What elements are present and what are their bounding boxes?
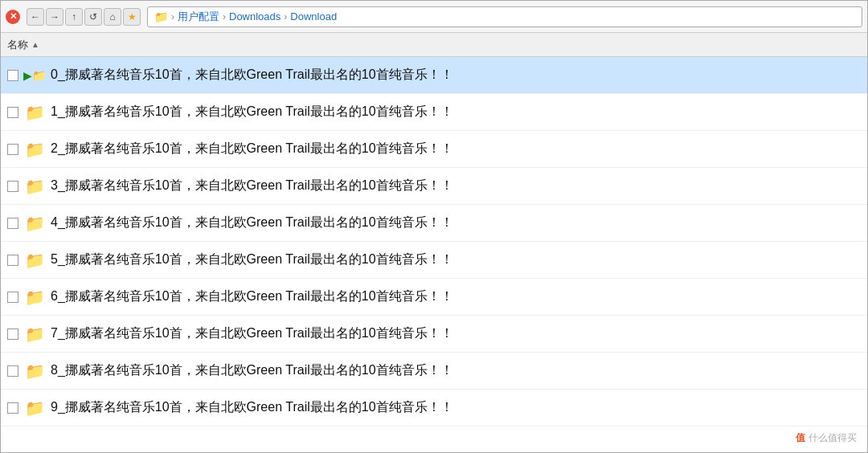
file-explorer-window: ✕ ← → ↑ ↺ ⌂ ★ 📁 › 用户配置 (0, 0, 868, 453)
refresh-icon: ↺ (89, 11, 97, 22)
watermark: 值 什么值得买 (796, 431, 857, 445)
address-part-2: Downloads (229, 10, 280, 22)
file-name: 8_挪威著名纯音乐10首，来自北欧Green Trail最出名的10首纯音乐！！ (51, 362, 453, 379)
folder-icon: 📁 (25, 177, 44, 196)
list-item[interactable]: 📁8_挪威著名纯音乐10首，来自北欧Green Trail最出名的10首纯音乐！… (1, 353, 867, 390)
list-item[interactable]: 📁7_挪威著名纯音乐10首，来自北欧Green Trail最出名的10首纯音乐！… (1, 316, 867, 353)
forward-button[interactable]: → (46, 8, 63, 26)
folder-icon: 📁 (25, 361, 44, 381)
file-checkbox[interactable] (7, 365, 18, 377)
list-item[interactable]: 📁9_挪威著名纯音乐10首，来自北欧Green Trail最出名的10首纯音乐！… (1, 390, 867, 426)
list-item[interactable]: 📁4_挪威著名纯音乐10首，来自北欧Green Trail最出名的10首纯音乐！… (1, 205, 867, 242)
list-item[interactable]: 📁6_挪威著名纯音乐10首，来自北欧Green Trail最出名的10首纯音乐！… (1, 279, 867, 316)
address-sep-2: › (223, 11, 226, 22)
home-icon: ⌂ (109, 11, 115, 22)
file-checkbox[interactable] (7, 255, 18, 266)
name-column-header[interactable]: 名称 ▲ (7, 38, 39, 52)
watermark-text: 什么值得买 (809, 431, 857, 445)
folder-icon: 📁 (25, 214, 44, 233)
file-checkbox[interactable] (7, 329, 18, 340)
back-icon: ← (31, 11, 40, 22)
file-checkbox[interactable] (7, 181, 18, 192)
folder-icon: 📁 (25, 288, 44, 307)
up-icon: ↑ (72, 11, 76, 22)
file-name: 4_挪威著名纯音乐10首，来自北欧Green Trail最出名的10首纯音乐！！ (51, 214, 453, 231)
star-button[interactable]: ★ (123, 8, 141, 26)
file-name: 9_挪威著名纯音乐10首，来自北欧Green Trail最出名的10首纯音乐！！ (51, 399, 453, 416)
folder-icon: 📁 (25, 103, 44, 122)
refresh-button[interactable]: ↺ (84, 8, 102, 26)
play-folder-icon: ▶📁 (25, 66, 44, 85)
address-sep-3: › (284, 11, 287, 22)
list-item[interactable]: 📁5_挪威著名纯音乐10首，来自北欧Green Trail最出名的10首纯音乐！… (1, 242, 867, 279)
file-list: ▶📁0_挪威著名纯音乐10首，来自北欧Green Trail最出名的10首纯音乐… (1, 57, 867, 452)
folder-icon: 📁 (25, 251, 44, 270)
file-name: 7_挪威著名纯音乐10首，来自北欧Green Trail最出名的10首纯音乐！！ (51, 325, 453, 342)
list-item[interactable]: 📁3_挪威著名纯音乐10首，来自北欧Green Trail最出名的10首纯音乐！… (1, 168, 867, 205)
sort-arrow-icon: ▲ (31, 40, 39, 49)
name-column-label: 名称 (7, 38, 28, 52)
folder-icon: 📁 (25, 324, 44, 344)
file-checkbox[interactable] (7, 402, 18, 414)
up-button[interactable]: ↑ (65, 8, 83, 26)
list-item[interactable]: ▶📁0_挪威著名纯音乐10首，来自北欧Green Trail最出名的10首纯音乐… (1, 57, 867, 94)
file-name: 0_挪威著名纯音乐10首，来自北欧Green Trail最出名的10首纯音乐！！ (51, 67, 453, 84)
file-name: 5_挪威著名纯音乐10首，来自北欧Green Trail最出名的10首纯音乐！！ (51, 251, 453, 268)
address-part-3: Download (290, 10, 337, 22)
close-icon: ✕ (10, 11, 17, 22)
file-name: 6_挪威著名纯音乐10首，来自北欧Green Trail最出名的10首纯音乐！！ (51, 288, 453, 305)
file-name: 1_挪威著名纯音乐10首，来自北欧Green Trail最出名的10首纯音乐！！ (51, 104, 453, 120)
star-icon: ★ (128, 11, 137, 22)
file-checkbox[interactable] (7, 107, 18, 118)
watermark-icon: 值 (796, 431, 805, 445)
toolbar: ✕ ← → ↑ ↺ ⌂ ★ 📁 › 用户配置 (1, 1, 867, 33)
list-item[interactable]: 📁2_挪威著名纯音乐10首，来自北欧Green Trail最出名的10首纯音乐！… (1, 131, 867, 168)
address-sep-1: › (171, 11, 174, 22)
file-checkbox[interactable] (7, 144, 18, 155)
forward-icon: → (50, 11, 59, 22)
navigation-buttons: ← → ↑ ↺ ⌂ ★ (27, 8, 141, 26)
folder-icon: 📁 (25, 398, 44, 418)
column-header[interactable]: 名称 ▲ (1, 33, 867, 57)
folder-icon: 📁 (25, 140, 44, 159)
file-checkbox[interactable] (7, 292, 18, 303)
file-name: 3_挪威著名纯音乐10首，来自北欧Green Trail最出名的10首纯音乐！！ (51, 178, 453, 194)
home-button[interactable]: ⌂ (104, 8, 121, 26)
back-button[interactable]: ← (27, 8, 44, 26)
file-name: 2_挪威著名纯音乐10首，来自北欧Green Trail最出名的10首纯音乐！！ (51, 141, 453, 157)
address-folder-icon: 📁 (154, 10, 168, 23)
file-checkbox[interactable] (7, 218, 18, 229)
list-item[interactable]: 📁1_挪威著名纯音乐10首，来自北欧Green Trail最出名的10首纯音乐！… (1, 94, 867, 131)
file-checkbox[interactable] (7, 70, 18, 81)
close-button[interactable]: ✕ (6, 10, 20, 24)
address-bar[interactable]: 📁 › 用户配置 › Downloads › Download (147, 6, 862, 27)
address-part-1: 用户配置 (178, 10, 219, 24)
